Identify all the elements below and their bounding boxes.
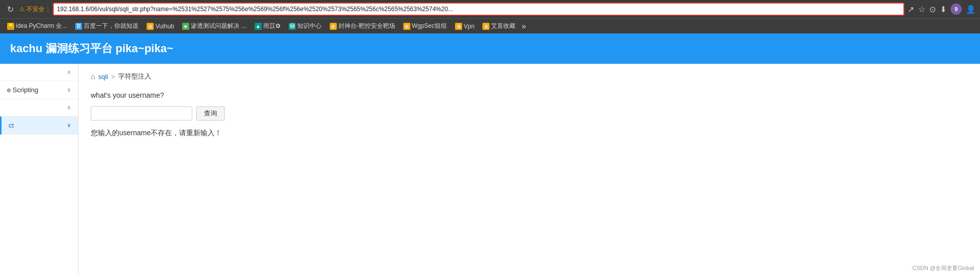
warning-icon: ⚠ [19, 6, 25, 13]
site-header: kachu 漏洞练习平台 pika~pika~ [0, 33, 980, 64]
bookmark-pentest[interactable]: ◆ 渗透测试问题解决 ... [179, 21, 249, 31]
bookmark-vpn[interactable]: ▣ Vpn [452, 22, 477, 31]
form-row: 查询 [91, 106, 968, 121]
star-icon[interactable]: ☆ [918, 5, 925, 14]
bookmark-fengshen[interactable]: ▣ 封神台-靶控安全靶场 [327, 21, 398, 31]
bookmark-knowledge[interactable]: Ⓜ 知识中心 [286, 21, 325, 31]
more-bookmarks-button[interactable]: » [521, 22, 526, 31]
home-icon[interactable]: ⌂ [91, 72, 95, 81]
bookmark-aizhi-label: 艾直收藏 [491, 22, 515, 30]
account-icon[interactable]: 👤 [966, 5, 976, 14]
bookmark-fengshen-label: 封神台-靶控安全靶场 [338, 22, 395, 30]
history-icon[interactable]: ⊙ [929, 5, 936, 14]
browser-chrome: ↻ ⚠ 不安全 | 192.168.1.6/06/vul/sqli/sqli_s… [0, 0, 980, 18]
bookmark-vpn-label: Vpn [464, 23, 474, 30]
footer-text: CSDN @全局变量Global [913, 265, 974, 271]
bookmark-baidu-label: 百度一下，你就知道 [84, 22, 138, 30]
bookmarks-bar: 💡 idea PyCharm 全... 百 百度一下，你就知道 ▣ Vulhub… [0, 18, 980, 33]
share-icon[interactable]: ↗ [907, 5, 914, 14]
sidebar-chevron-1: ∧ [67, 69, 71, 75]
sidebar: ∧ e Scripting ∨ ∧ ct ∨ [0, 64, 79, 274]
sidebar-item-ct[interactable]: ct ∨ [0, 116, 78, 135]
bookmark-pentest-label: 渗透测试问题解决 ... [191, 22, 246, 30]
bookmark-pycharm[interactable]: 💡 idea PyCharm 全... [4, 21, 70, 31]
vulhub-icon: ▣ [147, 23, 154, 30]
bookmark-aizhi[interactable]: ▣ 艾直收藏 [479, 21, 518, 31]
bookmark-yuyi[interactable]: ▲ 雨苡✿ [252, 21, 284, 31]
bookmark-vulhub[interactable]: ▣ Vulhub [144, 22, 177, 31]
address-bar-container[interactable]: 192.168.1.6/06/vul/sqli/sqli_str.php?nam… [53, 3, 904, 16]
browser-actions: ↗ ☆ ⊙ ⬇ 9 👤 [907, 4, 976, 15]
sidebar-item-1[interactable]: ∧ [0, 64, 78, 81]
breadcrumb-current: 字符型注入 [118, 72, 151, 81]
vpn-icon: ▣ [455, 23, 462, 30]
yuyi-icon: ▲ [255, 23, 262, 30]
browser-controls: ↻ [4, 5, 16, 14]
wgpsec-icon: ▣ [403, 23, 410, 30]
sidebar-scripting-label: e Scripting [7, 86, 38, 94]
security-text: 不安全 [26, 5, 45, 14]
fengshen-icon: ▣ [330, 23, 337, 30]
address-bar[interactable]: 192.168.1.6/06/vul/sqli/sqli_str.php?nam… [57, 6, 900, 13]
separator: | [47, 6, 49, 13]
sidebar-chevron-3: ∧ [67, 104, 71, 111]
knowledge-icon: Ⓜ [289, 23, 296, 30]
pentest-icon: ◆ [182, 23, 189, 30]
breadcrumb-separator: > [111, 73, 115, 81]
security-indicator: ⚠ 不安全 | [19, 5, 50, 14]
main-layout: ∧ e Scripting ∨ ∧ ct ∨ ⌂ sqli > 字符型注入 wh… [0, 64, 980, 274]
username-input[interactable] [91, 106, 192, 121]
breadcrumb: ⌂ sqli > 字符型注入 [91, 72, 968, 81]
bookmark-yuyi-label: 雨苡✿ [263, 22, 281, 30]
bookmark-pycharm-label: idea PyCharm 全... [16, 22, 67, 30]
pycharm-icon: 💡 [7, 23, 14, 30]
footer: CSDN @全局变量Global [906, 262, 980, 274]
bookmark-knowledge-label: 知识中心 [297, 22, 322, 30]
content-area: ⌂ sqli > 字符型注入 what's your username? 查询 … [79, 64, 980, 274]
sidebar-chevron-ct: ∨ [67, 122, 71, 129]
form-question: what's your username? [91, 91, 968, 99]
sidebar-item-3[interactable]: ∧ [0, 99, 78, 116]
bookmark-baidu[interactable]: 百 百度一下，你就知道 [72, 21, 142, 31]
sidebar-item-scripting[interactable]: e Scripting ∨ [0, 81, 78, 99]
query-button[interactable]: 查询 [196, 106, 225, 121]
baidu-icon: 百 [75, 23, 82, 30]
download-icon[interactable]: ⬇ [940, 5, 947, 14]
reload-button[interactable]: ↻ [4, 5, 16, 14]
breadcrumb-sqli[interactable]: sqli [98, 73, 108, 81]
aizhi-icon: ▣ [482, 23, 489, 30]
bookmark-vulhub-label: Vulhub [155, 23, 174, 30]
avatar[interactable]: 9 [951, 4, 962, 15]
error-message: 您输入的username不存在，请重新输入！ [91, 129, 968, 138]
site-title: kachu 漏洞练习平台 pika~pika~ [10, 41, 173, 56]
bookmark-wgpsec[interactable]: ▣ WgpSec狙组 [400, 21, 450, 31]
sidebar-chevron-scripting: ∨ [67, 87, 71, 93]
bookmark-wgpsec-label: WgpSec狙组 [412, 22, 447, 30]
sidebar-ct-label: ct [9, 122, 14, 129]
